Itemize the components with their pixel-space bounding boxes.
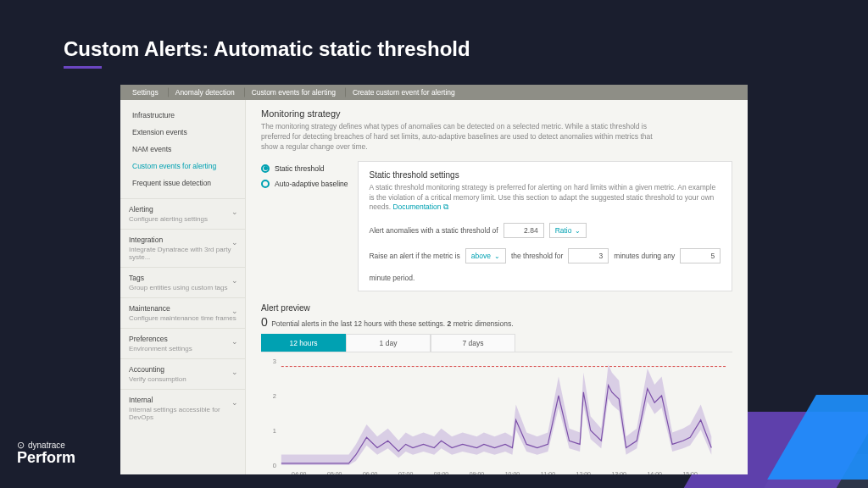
svg-text:0: 0	[273, 462, 276, 469]
sidebar-link-frequent-issue[interactable]: Frequent issue detection	[120, 175, 245, 191]
sidebar-link-extension-events[interactable]: Extension events	[120, 124, 245, 141]
radio-static-threshold[interactable]: Static threshold	[261, 164, 348, 173]
sidebar-section-accounting[interactable]: Accounting Verify consumption ⌄	[120, 358, 245, 389]
chevron-down-icon: ⌄	[494, 252, 500, 260]
svg-text:08:00: 08:00	[434, 471, 449, 474]
chevron-down-icon: ⌄	[231, 208, 238, 216]
sidebar: Infrastructure Extension events NAM even…	[120, 100, 246, 474]
sidebar-section-internal[interactable]: Internal Internal settings accessible fo…	[120, 389, 245, 427]
app-window: Settings Anomaly detection Custom events…	[120, 85, 748, 474]
chevron-down-icon: ⌄	[231, 337, 238, 346]
sidebar-section-maintenance[interactable]: Maintenance Configure maintenance time f…	[120, 297, 245, 328]
tab-1-day[interactable]: 1 day	[346, 334, 431, 352]
svg-text:14:00: 14:00	[647, 471, 662, 474]
sidebar-link-nam-events[interactable]: NAM events	[120, 141, 245, 158]
chevron-down-icon: ⌄	[231, 398, 238, 407]
svg-text:15:00: 15:00	[682, 471, 698, 474]
section-heading: Monitoring strategy	[261, 108, 732, 119]
svg-text:09:00: 09:00	[470, 471, 485, 474]
tab-7-days[interactable]: 7 days	[431, 334, 515, 352]
alert-preview-chart: 012304:0005:0006:0007:0008:0009:0010:001…	[261, 356, 732, 474]
breadcrumb: Settings Anomaly detection Custom events…	[120, 85, 748, 100]
svg-text:07:00: 07:00	[398, 471, 414, 474]
svg-text:11:00: 11:00	[541, 471, 556, 474]
sidebar-link-infrastructure[interactable]: Infrastructure	[120, 107, 245, 124]
chevron-down-icon: ⌄	[231, 276, 238, 285]
chevron-down-icon: ⌄	[231, 368, 238, 376]
brand-name: dynatrace	[17, 440, 75, 451]
box-description: A static threshold monitoring strategy i…	[369, 183, 721, 214]
brand-event: Perform	[17, 449, 75, 467]
radio-auto-adaptive[interactable]: Auto-adaptive baseline	[261, 180, 348, 188]
radio-icon	[261, 180, 270, 188]
section-description: The monitoring strategy defines what typ…	[261, 122, 659, 152]
threshold-value-input[interactable]: 2.84	[504, 223, 544, 238]
duration-minutes-input[interactable]: 3	[568, 248, 609, 263]
svg-text:2: 2	[273, 392, 276, 400]
brand-logo: dynatrace Perform	[17, 440, 75, 467]
documentation-link[interactable]: Documentation ⧉	[392, 202, 448, 211]
slide-title: Custom Alerts: Automatic static threshol…	[64, 37, 470, 61]
breadcrumb-item[interactable]: Create custom event for alerting	[346, 85, 465, 100]
breadcrumb-item[interactable]: Settings	[125, 85, 169, 100]
main-content: Monitoring strategy The monitoring strat…	[246, 100, 748, 474]
period-minutes-input[interactable]: 5	[680, 248, 721, 263]
breadcrumb-item[interactable]: Anomaly detection	[169, 85, 245, 100]
sidebar-section-alerting[interactable]: Alerting Configure alerting settings ⌄	[120, 198, 245, 229]
box-title: Static threshold settings	[369, 170, 721, 180]
svg-text:04:00: 04:00	[292, 471, 307, 474]
svg-text:1: 1	[273, 427, 276, 435]
sidebar-link-custom-events[interactable]: Custom events for alerting	[120, 158, 245, 175]
alert-preview-summary: 0 Potential alerts in the last 12 hours …	[261, 315, 732, 329]
threshold-settings-box: Static threshold settings A static thres…	[358, 161, 732, 292]
tab-12-hours[interactable]: 12 hours	[261, 334, 346, 352]
sidebar-section-integration[interactable]: Integration Integrate Dynatrace with 3rd…	[120, 229, 245, 267]
sidebar-section-preferences[interactable]: Preferences Environment settings ⌄	[120, 328, 245, 358]
svg-text:12:00: 12:00	[576, 471, 592, 474]
svg-text:3: 3	[273, 358, 276, 365]
threshold-unit-select[interactable]: Ratio ⌄	[549, 223, 587, 238]
svg-text:06:00: 06:00	[363, 471, 378, 474]
chevron-down-icon: ⌄	[231, 307, 238, 315]
direction-select[interactable]: above ⌄	[465, 248, 506, 263]
svg-text:13:00: 13:00	[612, 471, 627, 474]
radio-icon	[261, 164, 270, 173]
svg-text:10:00: 10:00	[505, 471, 520, 474]
chevron-down-icon: ⌄	[575, 227, 581, 235]
alert-preview-title: Alert preview	[261, 303, 732, 313]
chevron-down-icon: ⌄	[231, 238, 238, 247]
title-underline	[64, 66, 102, 69]
sidebar-section-tags[interactable]: Tags Group entities using custom tags ⌄	[120, 267, 245, 297]
svg-text:05:00: 05:00	[327, 471, 342, 474]
breadcrumb-item[interactable]: Custom events for alerting	[245, 85, 346, 100]
